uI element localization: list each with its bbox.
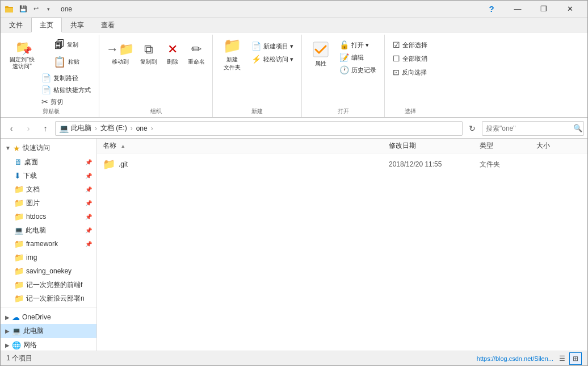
downloads-label: 下载 — [23, 171, 37, 181]
organize-label: 组织 — [150, 107, 162, 117]
frontend-icon: 📁 — [14, 280, 24, 289]
clipboard-label: 剪贴板 — [43, 107, 60, 117]
delete-btn[interactable]: ✕ 删除 — [161, 37, 184, 71]
list-view-btn[interactable]: ☰ — [556, 352, 568, 365]
copy-btn[interactable]: 🗐 复制 — [38, 37, 94, 53]
view-buttons: ☰ ⊞ — [556, 352, 582, 365]
paste-shortcut-btn[interactable]: 📄 粘贴快捷方式 — [38, 84, 94, 95]
search-input[interactable] — [486, 124, 571, 132]
qa-dropdown-btn[interactable]: ▾ — [43, 3, 54, 15]
minimize-btn[interactable]: — — [505, 1, 531, 18]
close-btn[interactable]: ✕ — [557, 1, 583, 18]
select-all-btn[interactable]: ☑ 全部选择 — [389, 39, 431, 51]
sidebar-item-documents[interactable]: 📁 文档 📌 — [1, 182, 96, 196]
documents-label: 文档 — [26, 185, 40, 194]
sidebar-item-htdocs[interactable]: 📁 htdocs 📌 — [1, 210, 96, 223]
open-btn[interactable]: 🔓 打开 ▾ — [336, 39, 380, 51]
pc-icon-quick: 💻 — [14, 226, 23, 235]
invert-select-btn[interactable]: ⊡ 反向选择 — [389, 66, 430, 78]
edit-btn[interactable]: 📝 编辑 — [336, 52, 380, 63]
address-path[interactable]: 💻 此电脑 › 文档 (E:) › one › — [55, 121, 463, 136]
paste-btn[interactable]: 📋 粘贴 — [38, 54, 94, 70]
weibo-label: 记一次新浪云部署n — [26, 294, 85, 303]
clipboard-items: 📁 📌 固定到"快速访问" 🗐 复制 📋 — [7, 35, 94, 107]
col-type-header[interactable]: 类型 — [480, 141, 536, 151]
ribbon-group-open: 属性 🔓 打开 ▾ 📝 编辑 🕐 历史记录 — [302, 35, 385, 117]
easy-access-btn[interactable]: ⚡ 轻松访问 ▾ — [248, 53, 297, 65]
sidebar-section-quick-access[interactable]: ▼ ★ 快速访问 — [1, 141, 96, 155]
quick-access-toolbar: 💾 ↩ ▾ — [18, 3, 54, 15]
htdocs-label: htdocs — [26, 213, 46, 221]
sidebar-item-this-pc-quick[interactable]: 💻 此电脑 📌 — [1, 223, 96, 237]
file-list: 📁 .git 2018/12/20 11:55 文件夹 — [97, 153, 587, 351]
history-btn[interactable]: 🕐 历史记录 — [336, 64, 380, 76]
up-btn[interactable]: ↑ — [38, 121, 53, 136]
this-pc-chevron: ▶ — [5, 328, 10, 334]
ribbon-group-clipboard: 📁 📌 固定到"快速访问" 🗐 复制 📋 — [3, 35, 99, 117]
col-size-header[interactable]: 大小 — [536, 141, 582, 151]
col-date-header[interactable]: 修改日期 — [389, 141, 480, 151]
sidebar-item-onedrive[interactable]: ▶ ☁ OneDrive — [1, 310, 96, 324]
tab-view[interactable]: 查看 — [93, 18, 123, 32]
sidebar-item-this-pc[interactable]: ▶ 💻 此电脑 — [1, 324, 96, 338]
onedrive-chevron: ▶ — [5, 314, 10, 321]
status-url[interactable]: https://blog.csdn.net/Silen... — [477, 355, 553, 362]
sidebar-item-img[interactable]: 📁 img — [1, 251, 96, 264]
maximize-btn[interactable]: ❐ — [531, 1, 557, 18]
sidebar-item-downloads[interactable]: ⬇ 下载 📌 — [1, 169, 96, 182]
sidebar-item-framework[interactable]: 📁 framework 📌 — [1, 237, 96, 251]
cloud-icon: ☁ — [12, 313, 20, 322]
pin-quick-access-btn[interactable]: 📁 📌 固定到"快速访问" — [7, 37, 37, 71]
window-controls: ? — ❐ ✕ — [478, 1, 583, 18]
pictures-icon: 📁 — [14, 198, 24, 207]
cut-btn[interactable]: ✂ 剪切 — [38, 96, 94, 107]
col-name-sort: ▲ — [120, 143, 125, 149]
sidebar: ▼ ★ 快速访问 🖥 桌面 📌 ⬇ 下载 📌 📁 文档 📌 📁 图 — [1, 139, 97, 351]
quick-access-label: 快速访问 — [23, 143, 50, 153]
back-btn[interactable]: ‹ — [4, 121, 19, 136]
sidebar-item-network[interactable]: ▶ 🌐 网络 — [1, 338, 96, 351]
select-label: 选择 — [405, 107, 416, 117]
help-btn[interactable]: ? — [478, 1, 505, 18]
ribbon: 文件 主页 共享 查看 📁 📌 固定到"快速访问" — [1, 18, 587, 118]
pin-indicator-doc: 📌 — [85, 186, 92, 193]
ribbon-group-new: 📁 新建文件夹 📄 新建项目 ▾ ⚡ 轻松访问 ▾ 新建 — [213, 35, 302, 117]
search-box: 🔍 — [482, 121, 584, 136]
path-segment-2: one — [136, 124, 148, 132]
tab-share[interactable]: 共享 — [62, 18, 93, 32]
ribbon-tabs: 文件 主页 共享 查看 — [1, 18, 587, 32]
rename-btn[interactable]: ✏ 重命名 — [185, 37, 208, 71]
refresh-btn[interactable]: ↻ — [465, 121, 480, 136]
path-segment-1: 文档 (E:) — [100, 123, 127, 133]
sidebar-divider-1 — [1, 307, 96, 308]
tab-file[interactable]: 文件 — [1, 18, 31, 32]
sidebar-item-pictures[interactable]: 📁 图片 📌 — [1, 196, 96, 210]
sidebar-item-desktop[interactable]: 🖥 桌面 📌 — [1, 155, 96, 169]
copy-to-btn[interactable]: ⧉ 复制到 — [137, 37, 160, 71]
copy-path-btn[interactable]: 📄 复制路径 — [38, 72, 94, 84]
sidebar-item-frontend[interactable]: 📁 记一次完整的前端f — [1, 278, 96, 292]
new-folder-btn[interactable]: 📁 新建文件夹 — [217, 37, 247, 71]
chevron-icon: ▼ — [5, 145, 11, 151]
pin-indicator-htdocs: 📌 — [85, 214, 92, 220]
qa-save-btn[interactable]: 💾 — [18, 3, 29, 15]
forward-btn[interactable]: › — [21, 121, 36, 136]
search-icon[interactable]: 🔍 — [573, 124, 582, 132]
git-folder-name: .git — [119, 160, 389, 168]
deselect-all-btn[interactable]: ☐ 全部取消 — [389, 53, 431, 64]
move-to-btn[interactable]: →📁 移动到 — [104, 37, 136, 71]
col-name-header[interactable]: 名称 ▲ — [103, 141, 389, 151]
open-items: 属性 🔓 打开 ▾ 📝 编辑 🕐 历史记录 — [306, 35, 380, 107]
new-item-btn[interactable]: 📄 新建项目 ▾ — [248, 40, 297, 52]
sidebar-item-saving-onekey[interactable]: 📁 saving_onekey — [1, 264, 96, 278]
tab-home[interactable]: 主页 — [31, 18, 62, 32]
grid-view-btn[interactable]: ⊞ — [569, 352, 582, 365]
new-items: 📁 新建文件夹 📄 新建项目 ▾ ⚡ 轻松访问 ▾ — [217, 35, 297, 107]
file-item-git[interactable]: 📁 .git 2018/12/20 11:55 文件夹 — [97, 156, 587, 173]
sidebar-item-weibo[interactable]: 📁 记一次新浪云部署n — [1, 292, 96, 305]
properties-btn[interactable]: 属性 — [306, 37, 335, 71]
title-bar-left: 💾 ↩ ▾ one — [5, 3, 72, 15]
this-pc-quick-label: 此电脑 — [26, 226, 46, 235]
git-folder-type: 文件夹 — [480, 160, 536, 169]
qa-undo-btn[interactable]: ↩ — [30, 3, 41, 15]
